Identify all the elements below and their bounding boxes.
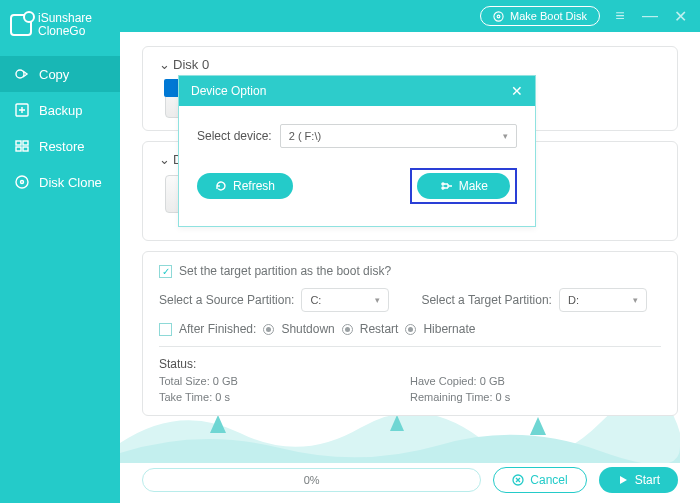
app-logo: iSunshare CloneGo <box>0 0 120 50</box>
nav-label: Disk Clone <box>39 175 102 190</box>
svg-point-8 <box>494 11 503 20</box>
svg-point-7 <box>21 181 24 184</box>
restore-icon <box>14 138 30 154</box>
minimize-icon[interactable]: — <box>640 7 660 25</box>
status-heading: Status: <box>159 357 661 371</box>
select-device-label: Select device: <box>197 129 272 143</box>
menu-icon[interactable]: ≡ <box>610 7 630 25</box>
make-label: Make <box>459 179 488 193</box>
target-value: D: <box>568 294 579 306</box>
after-checkbox[interactable]: ✓ <box>159 323 172 336</box>
backup-icon <box>14 102 30 118</box>
radio-hibernate[interactable] <box>405 324 416 335</box>
start-button[interactable]: Start <box>599 467 678 493</box>
svg-rect-3 <box>23 141 28 145</box>
start-label: Start <box>635 473 660 487</box>
boot-checkbox[interactable]: ✓ <box>159 265 172 278</box>
nav-label: Copy <box>39 67 69 82</box>
nav-disk-clone[interactable]: Disk Clone <box>0 164 120 200</box>
svg-point-12 <box>442 187 444 189</box>
chevron-down-icon: ⌄ <box>159 57 170 72</box>
make-highlight-box: Make <box>410 168 517 204</box>
device-value: 2 ( F:\) <box>289 130 321 142</box>
cancel-button[interactable]: Cancel <box>493 467 586 493</box>
progress-percent: 0% <box>304 474 320 486</box>
disk-0-toggle[interactable]: ⌄Disk 0 <box>159 57 661 72</box>
svg-point-0 <box>16 70 24 78</box>
svg-rect-2 <box>16 141 21 145</box>
status-remaining: Remaining Time: 0 s <box>410 391 661 403</box>
make-boot-disk-button[interactable]: Make Boot Disk <box>480 6 600 26</box>
radio-restart[interactable] <box>342 324 353 335</box>
source-label: Select a Source Partition: <box>159 293 294 307</box>
nav-backup[interactable]: Backup <box>0 92 120 128</box>
device-select[interactable]: 2 ( F:\) ▾ <box>280 124 517 148</box>
status-take-time: Take Time: 0 s <box>159 391 410 403</box>
boot-question: Set the target partition as the boot dis… <box>179 264 391 278</box>
nav-label: Restore <box>39 139 85 154</box>
progress-bar: 0% <box>142 468 481 492</box>
app-name-2: CloneGo <box>38 25 92 38</box>
chevron-down-icon: ⌄ <box>159 152 170 167</box>
make-button[interactable]: Make <box>417 173 510 199</box>
options-card: ✓ Set the target partition as the boot d… <box>142 251 678 416</box>
make-boot-label: Make Boot Disk <box>510 10 587 22</box>
target-label: Select a Target Partition: <box>421 293 552 307</box>
refresh-button[interactable]: Refresh <box>197 173 293 199</box>
disk-0-title: Disk 0 <box>173 57 209 72</box>
copy-icon <box>14 66 30 82</box>
close-icon[interactable]: ✕ <box>670 7 690 26</box>
svg-rect-4 <box>16 147 21 151</box>
radio-shutdown[interactable] <box>263 324 274 335</box>
chevron-down-icon: ▾ <box>503 131 508 141</box>
after-label: After Finished: <box>179 322 256 336</box>
svg-point-9 <box>497 15 500 18</box>
svg-point-11 <box>442 183 444 185</box>
nav-restore[interactable]: Restore <box>0 128 120 164</box>
cancel-label: Cancel <box>530 473 567 487</box>
source-value: C: <box>310 294 321 306</box>
svg-rect-5 <box>23 147 28 151</box>
radio-shutdown-label: Shutdown <box>281 322 334 336</box>
sidebar: iSunshare CloneGo Copy Backup Restore Di… <box>0 0 120 503</box>
nav-copy[interactable]: Copy <box>0 56 120 92</box>
target-select[interactable]: D:▾ <box>559 288 647 312</box>
refresh-label: Refresh <box>233 179 275 193</box>
chevron-down-icon: ▾ <box>375 295 380 305</box>
dialog-title: Device Option <box>191 84 266 98</box>
device-option-dialog: Device Option ✕ Select device: 2 ( F:\) … <box>178 75 536 227</box>
svg-point-6 <box>16 176 28 188</box>
logo-icon <box>10 14 32 36</box>
radio-restart-label: Restart <box>360 322 399 336</box>
titlebar: Make Boot Disk ≡ — ✕ <box>120 0 700 32</box>
status-total-size: Total Size: 0 GB <box>159 375 410 387</box>
status-have-copied: Have Copied: 0 GB <box>410 375 661 387</box>
chevron-down-icon: ▾ <box>633 295 638 305</box>
nav-label: Backup <box>39 103 82 118</box>
radio-hibernate-label: Hibernate <box>423 322 475 336</box>
source-select[interactable]: C:▾ <box>301 288 389 312</box>
dialog-close-icon[interactable]: ✕ <box>511 83 523 99</box>
disk-clone-icon <box>14 174 30 190</box>
